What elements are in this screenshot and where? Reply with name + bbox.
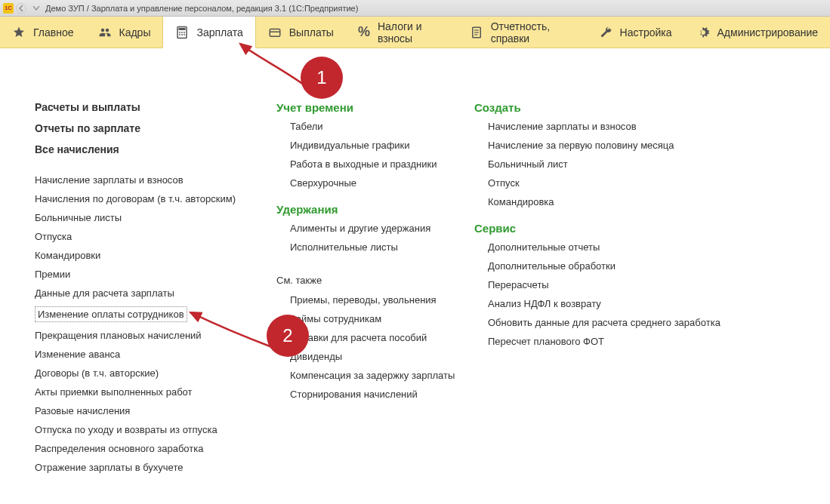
service-update-avg-data[interactable]: Обновить данные для расчета среднего зар…: [474, 313, 731, 332]
svg-rect-8: [270, 29, 280, 36]
create-half-month[interactable]: Начисление за первую половину месяца: [474, 136, 731, 155]
nav-label: Зарплата: [196, 26, 242, 38]
section-salary-reports[interactable]: Отчеты по зарплате: [35, 122, 276, 134]
svg-point-2: [180, 32, 181, 33]
window-title: Демо ЗУП / Зарплата и управление персона…: [45, 4, 358, 13]
calculator-icon: [175, 26, 189, 39]
annotation-badge-2: 2: [267, 315, 309, 357]
app-icon: 1C: [3, 3, 14, 14]
create-business-trip[interactable]: Командировка: [474, 192, 731, 211]
link-delay-comp[interactable]: Компенсация за задержку зарплаты: [276, 366, 474, 385]
svg-point-4: [184, 32, 186, 33]
window-titlebar: 1C Демо ЗУП / Зарплата и управление перс…: [0, 0, 830, 17]
wallet-icon: [268, 26, 282, 39]
link-contracts[interactable]: Договоры (в т.ч. авторские): [35, 364, 276, 383]
link-onetime-accruals[interactable]: Разовые начисления: [35, 401, 276, 420]
column-create-service: Создать Начисление зарплаты и взносов На…: [474, 101, 731, 477]
wrench-icon: [599, 26, 612, 39]
section-timekeeping[interactable]: Учет времени: [276, 101, 474, 114]
link-salary-calc-data[interactable]: Данные для расчета зарплаты: [35, 284, 276, 303]
star-icon: [12, 26, 26, 39]
link-bonuses[interactable]: Премии: [35, 265, 276, 284]
service-planned-fot[interactable]: Пересчет планового ФОТ: [474, 332, 731, 351]
link-dividends[interactable]: Дивиденды: [276, 347, 474, 366]
column-timekeeping: Учет времени Табели Индивидуальные графи…: [276, 101, 474, 477]
nav-item-reports[interactable]: Отчетность, справки: [458, 17, 587, 48]
svg-point-7: [184, 34, 186, 35]
main-navbar: Главное Кадры Зарплата Выплаты % Налоги …: [0, 17, 830, 48]
section-calc-payments[interactable]: Расчеты и выплаты: [35, 101, 276, 113]
nav-item-personnel[interactable]: Кадры: [86, 17, 163, 48]
link-change-advance[interactable]: Изменение аванса: [35, 345, 276, 364]
nav-label: Главное: [33, 26, 74, 38]
people-icon: [98, 26, 112, 39]
link-timesheets[interactable]: Табели: [276, 117, 474, 136]
nav-label: Кадры: [119, 26, 151, 38]
link-change-employee-pay[interactable]: Изменение оплаты сотрудников: [35, 303, 276, 326]
section-create[interactable]: Создать: [474, 101, 731, 114]
nav-item-settings[interactable]: Настройка: [587, 17, 684, 48]
create-vacation[interactable]: Отпуск: [474, 174, 731, 192]
nav-back-icon[interactable]: [16, 3, 26, 14]
link-acceptance-acts[interactable]: Акты приемки выполненных работ: [35, 383, 276, 401]
gear-icon: [696, 26, 710, 39]
link-storno[interactable]: Сторнирования начислений: [276, 385, 474, 404]
dropdown-icon[interactable]: [31, 3, 42, 14]
percent-icon: %: [358, 24, 370, 40]
section-service[interactable]: Сервис: [474, 222, 731, 235]
link-stop-planned-accruals[interactable]: Прекращения плановых начислений: [35, 326, 276, 345]
create-salary-accrual[interactable]: Начисление зарплаты и взносов: [474, 117, 731, 136]
link-weekend-work[interactable]: Работа в выходные и праздники: [276, 155, 474, 174]
service-ndfl-analysis[interactable]: Анализ НДФЛ к возврату: [474, 294, 731, 313]
link-enforcement[interactable]: Исполнительные листы: [276, 238, 474, 257]
link-hires-transfers[interactable]: Приемы, переводы, увольнения: [276, 290, 474, 309]
annotation-badge-1: 1: [301, 57, 343, 99]
link-salary-accounting[interactable]: Отражение зарплаты в бухучете: [35, 458, 276, 477]
service-recalculations[interactable]: Перерасчеты: [474, 275, 731, 294]
nav-label: Администрирование: [717, 26, 819, 38]
link-alimony[interactable]: Алименты и другие удержания: [276, 219, 474, 238]
svg-rect-1: [179, 28, 186, 30]
link-sick-leaves[interactable]: Больничные листы: [35, 208, 276, 227]
link-parental-leave[interactable]: Отпуска по уходу и возвраты из отпуска: [35, 420, 276, 439]
svg-point-3: [182, 32, 184, 33]
nav-label: Налоги и взносы: [378, 20, 446, 45]
nav-label: Отчетность, справки: [491, 20, 575, 45]
section-deductions[interactable]: Удержания: [276, 203, 474, 216]
nav-label: Настройка: [620, 26, 672, 38]
service-extra-reports[interactable]: Дополнительные отчеты: [474, 238, 731, 257]
link-individual-sched[interactable]: Индивидуальные графики: [276, 136, 474, 155]
svg-point-6: [182, 34, 184, 35]
link-accrual-contracts[interactable]: Начисления по договорам (в т.ч. авторски…: [35, 189, 276, 208]
link-overtime[interactable]: Сверхурочные: [276, 174, 474, 192]
column-calculations: Расчеты и выплаты Отчеты по зарплате Все…: [35, 101, 276, 477]
link-accrual-salary[interactable]: Начисление зарплаты и взносов: [35, 171, 276, 189]
nav-item-admin[interactable]: Администрирование: [684, 17, 831, 48]
service-extra-processing[interactable]: Дополнительные обработки: [474, 257, 731, 275]
link-business-trips[interactable]: Командировки: [35, 246, 276, 265]
nav-item-main[interactable]: Главное: [0, 17, 86, 48]
nav-item-taxes[interactable]: % Налоги и взносы: [346, 17, 458, 48]
nav-label: Выплаты: [289, 26, 334, 38]
link-vacations[interactable]: Отпуска: [35, 227, 276, 246]
nav-item-payments[interactable]: Выплаты: [256, 17, 346, 48]
create-sick-leave[interactable]: Больничный лист: [474, 155, 731, 174]
see-also-label: См. также: [276, 273, 474, 287]
link-base-earnings-dist[interactable]: Распределения основного заработка: [35, 439, 276, 458]
content-area: Расчеты и выплаты Отчеты по зарплате Все…: [0, 48, 830, 492]
report-icon: [470, 26, 483, 39]
nav-item-salary[interactable]: Зарплата: [162, 17, 255, 48]
svg-point-5: [180, 34, 181, 35]
section-all-accruals[interactable]: Все начисления: [35, 143, 276, 155]
svg-rect-9: [270, 31, 280, 32]
